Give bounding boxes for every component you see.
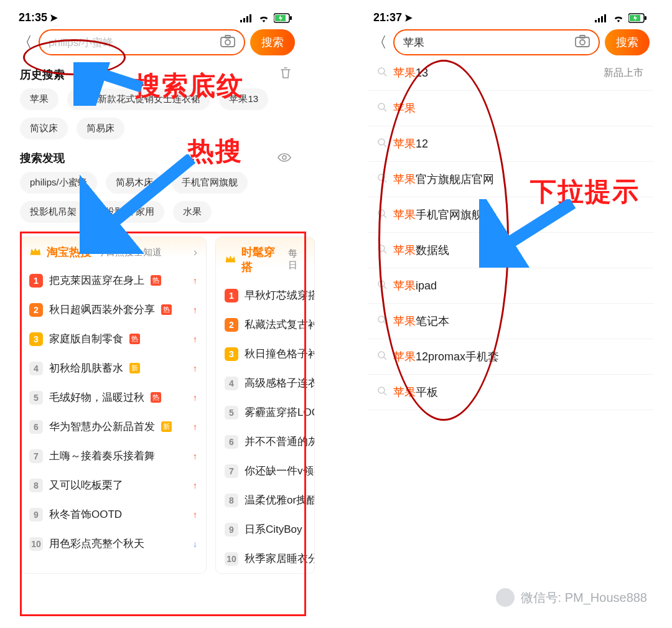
rank-badge: 9 [225,523,238,537]
rank-badge: 6 [225,435,238,449]
hot-list-item[interactable]: 1把克莱因蓝穿在身上热↑ [21,266,206,295]
rank-badge: 6 [29,420,43,434]
discover-chip[interactable]: 投影仪 家用 [95,201,164,223]
svg-point-29 [378,210,385,216]
watermark-text: 微信号: PM_House888 [521,589,647,606]
hot-list-item[interactable]: 3家庭版自制零食热↑ [21,324,206,354]
hot-list-item[interactable]: 6并不不普通的灰 [216,427,314,456]
rank-badge: 2 [29,303,43,317]
suggestion-item[interactable]: 苹果13新品上市 [367,55,653,91]
trend-arrow-icon: ↑ [193,305,197,315]
hot-list-item[interactable]: 7土嗨～接着奏乐接着舞↑ [21,441,206,471]
status-bar: 21:35 [12,9,299,29]
discover-title: 搜索发现 [20,151,65,166]
hot-list-item[interactable]: 9秋冬首饰OOTD↑ [21,500,206,529]
trend-arrow-icon: ↑ [193,480,197,490]
history-chip[interactable]: 简易床 [77,118,124,139]
suggestion-item[interactable]: 苹果手机官网旗舰 [367,197,653,233]
camera-icon[interactable] [220,35,235,50]
svg-point-39 [378,387,385,393]
camera-icon[interactable] [575,35,590,50]
suggestion-text: 苹果官方旗舰店官网 [393,172,494,187]
suggestion-item[interactable]: 苹果12 [367,126,653,162]
hot-list-item[interactable]: 4高级感格子连衣 [216,368,314,398]
hot-list-item[interactable]: 8又可以吃板栗了↑ [21,471,206,500]
hot-item-text: 用色彩点亮整个秋天 [49,537,144,551]
rank-badge: 10 [29,537,43,551]
eye-icon[interactable] [278,152,291,165]
svg-rect-3 [250,14,251,22]
suggestion-text: 苹果ipad [393,278,437,293]
discover-chips: philips/小蜜蜂简易木床手机官网旗舰投影机吊架投影仪 家用水果 [12,172,299,223]
hot-item-badge: 热 [151,275,161,286]
rank-badge: 10 [225,552,238,566]
search-icon [377,244,387,256]
hot-card-secondary[interactable]: 时髦穿搭 每日 1早秋灯芯绒穿搭2私藏法式复古衬3秋日撞色格子衬4高级感格子连衣… [215,237,315,574]
history-chip[interactable]: 简议床 [20,118,68,139]
suggestion-item[interactable]: 苹果官方旗舰店官网 [367,162,653,197]
hot-list-item[interactable]: 2秋日超飒西装外套分享热↑ [21,295,206,324]
back-icon[interactable]: 〈 [371,32,388,52]
discover-chip[interactable]: 水果 [173,201,212,223]
svg-rect-20 [580,35,585,38]
hot-list-item[interactable]: 7你还缺一件v领衬 [216,456,314,485]
search-icon [377,67,387,79]
hot-list-item[interactable]: 8温柔优雅or拽酷 [216,485,314,515]
suggestion-item[interactable]: 苹果12promax手机套 [367,339,653,375]
hot-list: 1把克莱因蓝穿在身上热↑2秋日超飒西装外套分享热↑3家庭版自制零食热↑4初秋给肌… [21,266,206,558]
hot-list-item[interactable]: 9日系CityBoy [216,515,314,544]
suggestion-text: 苹果手机官网旗舰 [393,207,483,222]
hot-card-primary[interactable]: 淘宝热搜 今日热搜全知道 › 1把克莱因蓝穿在身上热↑2秋日超飒西装外套分享热↑… [20,237,207,574]
chevron-right-icon[interactable]: › [194,246,197,259]
suggestion-text: 苹果12promax手机套 [393,349,499,364]
signal-icon [595,14,609,22]
hot-list-item[interactable]: 6华为智慧办公新品首发新↑ [21,412,206,441]
search-button[interactable]: 搜索 [250,29,295,55]
discover-chip[interactable]: 简易木床 [106,172,163,194]
search-input[interactable]: 苹果 [393,29,600,55]
rank-badge: 5 [225,406,238,419]
suggestion-tag[interactable]: 新品上市 [604,67,643,80]
suggestion-item[interactable]: 苹果笔记本 [367,304,653,339]
suggestion-text: 苹果12 [393,136,428,151]
suggestion-text: 苹果平板 [393,385,438,400]
suggestion-item[interactable]: 苹果ipad [367,268,653,304]
search-button[interactable]: 搜索 [605,29,650,55]
svg-line-28 [384,180,386,182]
hot-list-item[interactable]: 1早秋灯芯绒穿搭 [216,281,314,310]
trash-icon[interactable] [280,67,291,82]
article-figure: 21:35 〈 philips/小蜜蜂 搜索 历史搜索 [0,0,672,583]
svg-line-36 [384,322,386,324]
suggestion-item[interactable]: 苹果平板 [367,375,653,410]
hot-subtitle: 今日热搜全知道 [96,246,162,258]
search-placeholder-text: philips/小蜜蜂 [49,35,215,50]
hot-list-item[interactable]: 5雾霾蓝穿搭LOC [216,398,314,427]
search-input[interactable]: philips/小蜜蜂 [39,29,245,55]
search-icon [377,350,387,363]
hot-list-item[interactable]: 4初秋给肌肤蓄水新↑ [21,354,206,383]
rank-badge: 4 [225,377,238,390]
clock: 21:35 [19,11,47,24]
history-title: 历史搜索 [20,67,65,82]
hot-list-item[interactable]: 10秋季家居睡衣分 [216,544,314,573]
svg-rect-13 [601,16,603,22]
hot-card-header[interactable]: 时髦穿搭 每日 [216,237,314,281]
suggestion-item[interactable]: 苹果数据线 [367,233,653,268]
history-chip[interactable]: 2021新款花式促销女士连衣裙 [67,88,210,110]
suggestion-item[interactable]: 苹果 [367,91,653,126]
hot-list-item[interactable]: 10用色彩点亮整个秋天↓ [21,529,206,558]
discover-chip[interactable]: 投影机吊架 [20,201,86,223]
svg-line-40 [384,393,386,395]
hot-list-item[interactable]: 3秋日撞色格子衬 [216,339,314,368]
history-chip[interactable]: 苹果13 [219,88,268,110]
signal-icon [240,14,254,22]
hot-card-header[interactable]: 淘宝热搜 今日热搜全知道 › [21,237,206,266]
back-icon[interactable]: 〈 [16,32,34,52]
discover-chip[interactable]: philips/小蜜蜂 [20,172,97,194]
history-chip[interactable]: 苹果 [20,88,58,110]
hot-item-text: 温柔优雅or拽酷 [245,493,314,507]
hot-list-item[interactable]: 5毛绒好物，温暖过秋热↑ [21,383,206,412]
discover-chip[interactable]: 手机官网旗舰 [172,172,248,194]
clock: 21:37 [373,11,402,24]
hot-list-item[interactable]: 2私藏法式复古衬 [216,310,314,339]
